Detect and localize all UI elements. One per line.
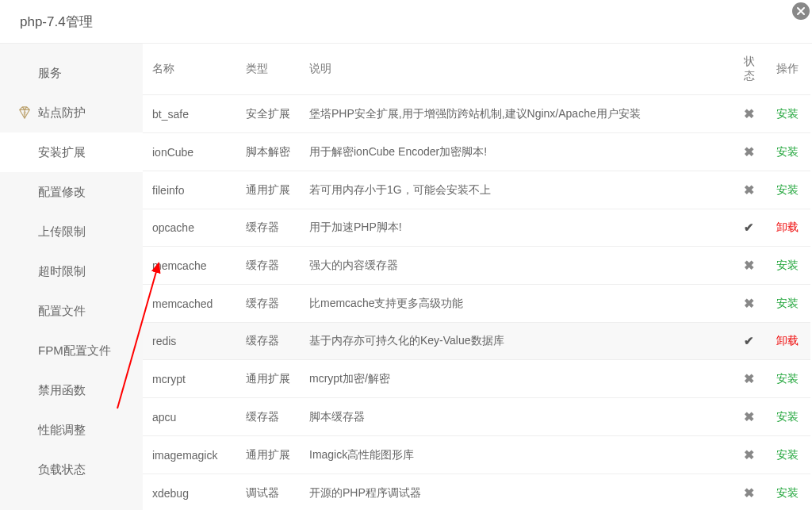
cell-description: 脚本缓存器 <box>301 398 731 436</box>
cell-action: 安装 <box>767 133 810 171</box>
sidebar-item-1[interactable]: 企站点防护 <box>0 93 143 132</box>
x-icon: ✖ <box>744 448 754 462</box>
x-icon: ✖ <box>744 183 754 197</box>
table-row: ionCube脚本解密用于解密ionCube Encoder加密脚本!✖安装 <box>143 133 810 171</box>
cell-name: ionCube <box>143 133 238 171</box>
sidebar-item-3[interactable]: 配置修改 <box>0 172 143 212</box>
cell-action: 安装 <box>767 247 810 285</box>
sidebar-item-label: 配置修改 <box>38 185 86 200</box>
sidebar-item-label: 超时限制 <box>38 264 86 279</box>
svg-text:企: 企 <box>23 110 27 115</box>
cell-name: mcrypt <box>143 360 238 398</box>
x-icon: ✖ <box>744 145 754 159</box>
install-button[interactable]: 安装 <box>776 410 799 423</box>
cell-type: 缓存器 <box>238 247 301 285</box>
install-button[interactable]: 安装 <box>776 448 799 461</box>
cell-action: 安装 <box>767 95 810 133</box>
table-row: apcu缓存器脚本缓存器✖安装 <box>143 398 810 436</box>
check-icon: ✔ <box>744 220 754 234</box>
table-scroll[interactable]: 名称 类型 说明 状态 操作 bt_safe安全扩展堡塔PHP安全扩展,用于增强… <box>143 44 812 510</box>
sidebar-item-0[interactable]: 服务 <box>0 53 143 93</box>
table-row: memcached缓存器比memcache支持更多高级功能✖安装 <box>143 285 810 323</box>
cell-type: 通用扩展 <box>238 436 301 474</box>
sidebar-item-5[interactable]: 超时限制 <box>0 251 143 291</box>
modal-body: 服务企站点防护安装扩展配置修改上传限制超时限制配置文件FPM配置文件禁用函数性能… <box>0 44 812 510</box>
th-name: 名称 <box>143 44 238 95</box>
cell-name: memcache <box>143 247 238 285</box>
cell-description: 强大的内容缓存器 <box>301 247 731 285</box>
cell-description: 用于加速PHP脚本! <box>301 209 731 247</box>
sidebar-item-label: 上传限制 <box>38 224 86 240</box>
th-status: 状态 <box>731 44 767 95</box>
x-icon: ✖ <box>744 486 754 500</box>
close-button[interactable] <box>791 2 810 21</box>
cell-status: ✖ <box>731 398 767 436</box>
modal-title: php-7.4管理 <box>20 13 93 31</box>
cell-name: redis <box>143 323 238 360</box>
cell-action: 卸载 <box>767 209 810 247</box>
cell-status: ✖ <box>731 133 767 171</box>
sidebar: 服务企站点防护安装扩展配置修改上传限制超时限制配置文件FPM配置文件禁用函数性能… <box>0 44 143 510</box>
sidebar-item-4[interactable]: 上传限制 <box>0 212 143 251</box>
cell-description: 堡塔PHP安全扩展,用于增强防跨站机制,建议Nginx/Apache用户安装 <box>301 95 731 133</box>
uninstall-button[interactable]: 卸载 <box>776 334 799 347</box>
install-button[interactable]: 安装 <box>776 145 799 158</box>
cell-status: ✔ <box>731 323 767 360</box>
cell-type: 缓存器 <box>238 285 301 323</box>
table-row: bt_safe安全扩展堡塔PHP安全扩展,用于增强防跨站机制,建议Nginx/A… <box>143 95 810 133</box>
cell-description: 开源的PHP程序调试器 <box>301 474 731 511</box>
cell-description: 比memcache支持更多高级功能 <box>301 285 731 323</box>
x-icon: ✖ <box>744 372 754 385</box>
cell-description: 用于解密ionCube Encoder加密脚本! <box>301 133 731 171</box>
sidebar-item-label: 安装扩展 <box>38 145 86 160</box>
cell-action: 卸载 <box>767 323 810 360</box>
install-button[interactable]: 安装 <box>776 372 799 385</box>
uninstall-button[interactable]: 卸载 <box>776 220 799 233</box>
cell-type: 缓存器 <box>238 323 301 360</box>
cell-name: memcached <box>143 285 238 323</box>
cell-description: mcrypt加密/解密 <box>301 360 731 398</box>
cell-action: 安装 <box>767 171 810 209</box>
sidebar-item-label: 服务 <box>38 66 62 81</box>
install-button[interactable]: 安装 <box>776 259 799 271</box>
cell-name: fileinfo <box>143 171 238 209</box>
sidebar-item-10[interactable]: 负载状态 <box>0 450 143 489</box>
table-row: memcache缓存器强大的内容缓存器✖安装 <box>143 247 810 285</box>
x-icon: ✖ <box>744 107 754 121</box>
th-type: 类型 <box>238 44 301 95</box>
cell-type: 通用扩展 <box>238 171 301 209</box>
cell-status: ✖ <box>731 474 767 511</box>
install-button[interactable]: 安装 <box>776 183 799 196</box>
table-row: mcrypt通用扩展mcrypt加密/解密✖安装 <box>143 360 810 398</box>
install-button[interactable]: 安装 <box>776 486 799 499</box>
sidebar-item-9[interactable]: 性能调整 <box>0 410 143 450</box>
sidebar-item-7[interactable]: FPM配置文件 <box>0 331 143 370</box>
sidebar-item-label: 禁用函数 <box>38 383 86 398</box>
check-icon: ✔ <box>744 334 754 347</box>
extensions-table: 名称 类型 说明 状态 操作 bt_safe安全扩展堡塔PHP安全扩展,用于增强… <box>143 44 810 510</box>
sidebar-item-8[interactable]: 禁用函数 <box>0 370 143 410</box>
cell-status: ✖ <box>731 171 767 209</box>
cell-action: 安装 <box>767 285 810 323</box>
x-icon: ✖ <box>744 259 754 272</box>
cell-type: 安全扩展 <box>238 95 301 133</box>
sidebar-item-label: 负载状态 <box>38 462 86 477</box>
cell-description: Imagick高性能图形库 <box>301 436 731 474</box>
sidebar-item-label: 性能调整 <box>38 423 86 438</box>
install-button[interactable]: 安装 <box>776 297 799 309</box>
sidebar-item-2[interactable]: 安装扩展 <box>0 132 143 172</box>
table-row: fileinfo通用扩展若可用内存小于1G，可能会安装不上✖安装 <box>143 171 810 209</box>
cell-status: ✖ <box>731 360 767 398</box>
cell-type: 缓存器 <box>238 209 301 247</box>
cell-action: 安装 <box>767 436 810 474</box>
cell-status: ✖ <box>731 436 767 474</box>
table-header-row: 名称 类型 说明 状态 操作 <box>143 44 810 95</box>
cell-type: 通用扩展 <box>238 360 301 398</box>
install-button[interactable]: 安装 <box>776 107 799 120</box>
cell-type: 调试器 <box>238 474 301 511</box>
table-row: xdebug调试器开源的PHP程序调试器✖安装 <box>143 474 810 511</box>
sidebar-item-label: 配置文件 <box>38 304 86 319</box>
cell-type: 脚本解密 <box>238 133 301 171</box>
x-icon: ✖ <box>744 410 754 424</box>
sidebar-item-6[interactable]: 配置文件 <box>0 291 143 331</box>
